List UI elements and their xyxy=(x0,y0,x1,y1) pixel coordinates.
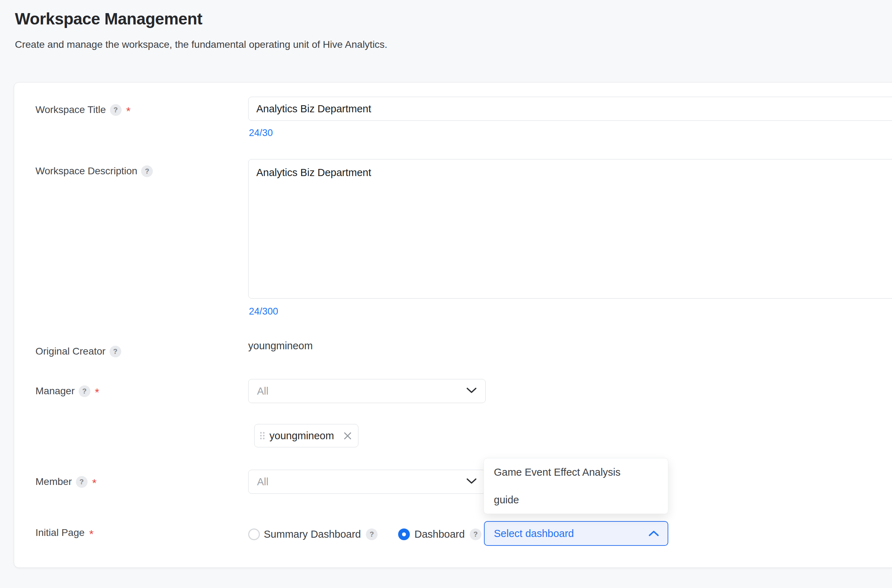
required-asterisk: * xyxy=(92,477,96,489)
member-select[interactable]: All xyxy=(248,470,486,494)
help-icon[interactable]: ? xyxy=(79,386,90,397)
remove-tag-icon[interactable] xyxy=(343,431,352,441)
member-select-placeholder: All xyxy=(257,476,466,488)
original-creator-label-group: Original Creator ? xyxy=(35,345,121,358)
workspace-description-textarea[interactable]: Analytics Biz Department xyxy=(248,159,892,298)
help-icon[interactable]: ? xyxy=(110,104,122,116)
help-icon[interactable]: ? xyxy=(110,346,121,357)
help-icon[interactable]: ? xyxy=(470,528,481,540)
initial-page-radio-group: Summary Dashboard ? Dashboard ? xyxy=(248,528,481,540)
dashboard-options-dropdown: Game Event Effect Analysis guide xyxy=(484,458,668,514)
radio-dashboard[interactable] xyxy=(398,528,410,540)
page-subtitle: Create and manage the workspace, the fun… xyxy=(15,39,388,50)
workspace-management-page: Workspace Management Create and manage t… xyxy=(0,0,892,588)
manager-select-placeholder: All xyxy=(257,386,466,397)
member-label-group: Member ? * xyxy=(35,476,96,488)
workspace-title-input[interactable] xyxy=(248,97,892,121)
help-icon[interactable]: ? xyxy=(76,476,87,488)
workspace-description-label: Workspace Description xyxy=(35,165,137,177)
manager-tag-chip: youngmineom xyxy=(254,424,358,447)
workspace-form-card xyxy=(14,82,892,568)
drag-handle-icon[interactable] xyxy=(260,431,265,440)
required-asterisk: * xyxy=(95,387,99,398)
workspace-title-label-group: Workspace Title ? * xyxy=(35,104,131,116)
original-creator-label: Original Creator xyxy=(35,346,106,357)
workspace-description-counter: 24/300 xyxy=(249,306,278,317)
manager-tag-label: youngmineom xyxy=(269,430,338,442)
help-icon[interactable]: ? xyxy=(366,528,378,540)
radio-summary-dashboard-label[interactable]: Summary Dashboard xyxy=(264,528,361,540)
chevron-down-icon xyxy=(466,387,477,395)
original-creator-value: youngmineom xyxy=(248,340,313,352)
dropdown-option-game-event-effect-analysis[interactable]: Game Event Effect Analysis xyxy=(484,458,668,486)
member-label: Member xyxy=(35,476,72,488)
required-asterisk: * xyxy=(89,528,93,540)
manager-label-group: Manager ? * xyxy=(35,385,99,398)
page-title: Workspace Management xyxy=(15,9,202,28)
workspace-title-counter: 24/30 xyxy=(249,128,273,138)
manager-select[interactable]: All xyxy=(248,379,486,403)
initial-page-label-group: Initial Page * xyxy=(35,526,93,539)
manager-label: Manager xyxy=(35,386,75,397)
required-asterisk: * xyxy=(126,105,131,117)
chevron-down-icon xyxy=(466,478,477,486)
radio-summary-dashboard[interactable] xyxy=(248,528,260,540)
select-dashboard-dropdown[interactable]: Select dashboard xyxy=(484,521,668,546)
initial-page-label: Initial Page xyxy=(35,527,85,538)
chevron-up-icon xyxy=(648,530,659,537)
dropdown-option-guide[interactable]: guide xyxy=(484,486,668,514)
help-icon[interactable]: ? xyxy=(141,165,153,177)
radio-dashboard-label[interactable]: Dashboard xyxy=(414,528,465,540)
workspace-title-label: Workspace Title xyxy=(35,104,106,116)
workspace-description-label-group: Workspace Description ? xyxy=(35,165,153,177)
select-dashboard-placeholder: Select dashboard xyxy=(494,528,648,540)
